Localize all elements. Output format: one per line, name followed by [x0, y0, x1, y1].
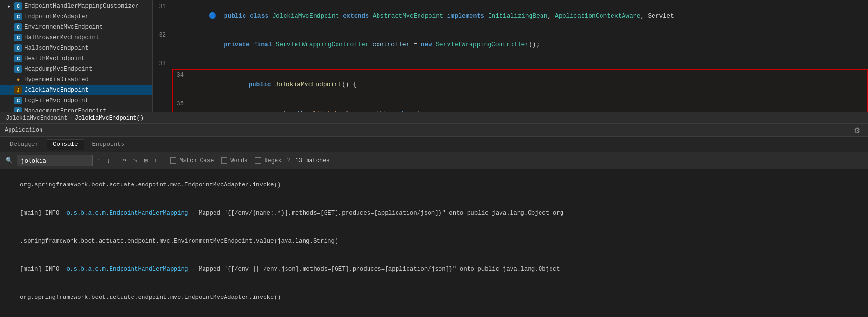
regex-label: Regex	[264, 157, 281, 164]
line-number: 35	[173, 99, 189, 109]
sidebar-item-HalJsonMvcEndpoint[interactable]: ▶ C HalJsonMvcEndpoint	[0, 43, 152, 53]
nav-extra-4[interactable]: ↕	[152, 157, 159, 164]
breadcrumb-item-2[interactable]: JolokiaMvcEndpoint()	[75, 115, 143, 122]
tab-console[interactable]: Console	[47, 139, 84, 150]
line-number: 32	[153, 31, 172, 40]
annotation-icon: ●	[14, 76, 22, 83]
code-lines: 31 🔵 public class JolokiaMvcEndpoint ext…	[153, 0, 868, 112]
tab-debugger[interactable]: Debugger	[4, 139, 45, 150]
sidebar-item-EnvironmentMvcEndpoint[interactable]: ▶ C EnvironmentMvcEndpoint	[0, 22, 152, 32]
words-filter[interactable]: Words	[218, 156, 250, 165]
separator-2	[163, 156, 163, 165]
highlighted-code-block: 34 public JolokiaMvcEndpoint() { 35 supe…	[172, 69, 868, 112]
class-icon: C	[14, 13, 22, 20]
nav-extra-1[interactable]: ⁺¹	[120, 157, 129, 164]
words-checkbox[interactable]	[221, 157, 227, 164]
search-icon: 🔍	[4, 156, 15, 165]
separator-1	[116, 156, 116, 165]
code-line-35: 35 super( path: "/jolokia", sensitive: t…	[173, 99, 867, 112]
line-content: private final ServletWrappingController …	[172, 31, 868, 59]
match-case-checkbox[interactable]	[170, 157, 176, 164]
search-input[interactable]	[17, 155, 93, 166]
sidebar-item-ManagementErrorEndpoint[interactable]: ▶ C ManagementErrorEndpoint	[0, 106, 152, 112]
breadcrumb-separator: ›	[70, 115, 73, 122]
sidebar-label: LogFileMvcEndpoint	[24, 97, 89, 104]
settings-area: ⚙	[851, 125, 863, 136]
sidebar-item-EndpointMvcAdapter[interactable]: ▶ C EndpointMvcAdapter	[0, 11, 152, 22]
class-icon: C	[14, 2, 22, 10]
console-line-6: [main] INFO o.s.b.a.e.m.EndpointHandlerM…	[0, 312, 868, 317]
sidebar-label: HypermediaDisabled	[24, 76, 89, 83]
line-content: public JolokiaMvcEndpoint() {	[189, 71, 867, 99]
class-icon: C	[14, 23, 22, 31]
sidebar: ▶ C EndpointHandlerMappingCustomizer ▶ C…	[0, 0, 153, 112]
regex-question: ?	[287, 157, 290, 164]
tab-endpoints[interactable]: Endpoints	[86, 139, 131, 150]
sidebar-item-HealthMvcEndpoint[interactable]: ▶ C HealthMvcEndpoint	[0, 53, 152, 64]
app-bar: Application ⚙	[0, 123, 868, 137]
expand-arrow: ▶	[8, 4, 13, 9]
code-editor: 31 🔵 public class JolokiaMvcEndpoint ext…	[153, 0, 868, 112]
console-line-1: org.springframework.boot.actuate.endpoin…	[0, 171, 868, 199]
class-icon: C	[14, 107, 22, 112]
sidebar-item-HeapdumpMvcEndpoint[interactable]: ▶ C HeapdumpMvcEndpoint	[0, 64, 152, 74]
sidebar-label: JolokiaMvcEndpoint	[24, 87, 89, 93]
sidebar-item-HypermediaDisabled[interactable]: ▶ ● HypermediaDisabled	[0, 74, 152, 85]
console-line-2: [main] INFO o.s.b.a.e.m.EndpointHandlerM…	[0, 199, 868, 227]
match-case-label: Match Case	[179, 157, 214, 164]
app-bar-left: Application	[5, 127, 42, 133]
line-number: 31	[153, 2, 172, 11]
match-count: 13 matches	[296, 157, 330, 164]
console-line-3: .springframework.boot.actuate.endpoint.m…	[0, 227, 868, 256]
class-icon: J	[14, 86, 22, 94]
code-line-32: 32 private final ServletWrappingControll…	[153, 31, 868, 59]
console-line-4: [main] INFO o.s.b.a.e.m.EndpointHandlerM…	[0, 256, 868, 284]
code-line-33: 33	[153, 59, 868, 69]
app-bar-title: Application	[5, 127, 42, 133]
words-label: Words	[230, 157, 247, 164]
line-number: 33	[153, 59, 172, 69]
class-icon: C	[14, 65, 22, 73]
breadcrumb: JolokiaMvcEndpoint › JolokiaMvcEndpoint(…	[0, 112, 868, 123]
search-bar: 🔍 ↑ ↓ ⁺¹ ⁻₁ ⊞ ↕ Match Case Words Regex ?…	[0, 152, 868, 169]
code-line-34: 34 public JolokiaMvcEndpoint() {	[173, 71, 867, 99]
class-icon: C	[14, 34, 22, 41]
sidebar-item-HalBrowserMvcEndpoint[interactable]: ▶ C HalBrowserMvcEndpoint	[0, 32, 152, 43]
sidebar-label: ManagementErrorEndpoint	[24, 108, 107, 112]
nav-up-button[interactable]: ↑	[95, 156, 102, 165]
console-area: org.springframework.boot.actuate.endpoin…	[0, 169, 868, 317]
regex-filter[interactable]: Regex	[252, 156, 284, 165]
line-content	[172, 59, 868, 69]
nav-extra-3[interactable]: ⊞	[142, 157, 150, 164]
settings-button[interactable]: ⚙	[851, 125, 863, 136]
sidebar-label: EndpointMvcAdapter	[24, 13, 89, 20]
line-content: 🔵 public class JolokiaMvcEndpoint extend…	[172, 2, 868, 31]
code-line-31: 31 🔵 public class JolokiaMvcEndpoint ext…	[153, 2, 868, 31]
line-content: super( path: "/jolokia", sensitive: true…	[189, 99, 867, 112]
match-case-filter[interactable]: Match Case	[167, 156, 216, 165]
top-area: ▶ C EndpointHandlerMappingCustomizer ▶ C…	[0, 0, 868, 112]
class-icon: C	[14, 44, 22, 52]
breadcrumb-item-1[interactable]: JolokiaMvcEndpoint	[6, 115, 68, 122]
regex-checkbox[interactable]	[255, 157, 261, 164]
class-icon: C	[14, 97, 22, 104]
sidebar-label: HeapdumpMvcEndpoint	[24, 66, 92, 72]
sidebar-item-EndpointHandlerMappingCustomizer[interactable]: ▶ C EndpointHandlerMappingCustomizer	[0, 1, 152, 11]
sidebar-label: EndpointHandlerMappingCustomizer	[24, 3, 139, 10]
sidebar-label: HealthMvcEndpoint	[24, 55, 85, 62]
nav-down-button[interactable]: ↓	[104, 156, 112, 165]
sidebar-item-JolokiaMvcEndpoint[interactable]: ▶ J JolokiaMvcEndpoint	[0, 85, 152, 95]
sidebar-label: EnvironmentMvcEndpoint	[24, 24, 103, 31]
sidebar-item-LogFileMvcEndpoint[interactable]: ▶ C LogFileMvcEndpoint	[0, 95, 152, 106]
toolbar-tabs: Debugger Console Endpoints	[0, 137, 868, 152]
match-count-number: 13 matches	[296, 157, 330, 164]
sidebar-label: HalJsonMvcEndpoint	[24, 45, 89, 51]
class-icon: C	[14, 55, 22, 62]
console-line-5: org.springframework.boot.actuate.endpoin…	[0, 284, 868, 312]
line-number: 34	[173, 71, 189, 80]
nav-extra-2[interactable]: ⁻₁	[131, 157, 140, 164]
sidebar-label: HalBrowserMvcEndpoint	[24, 34, 100, 41]
